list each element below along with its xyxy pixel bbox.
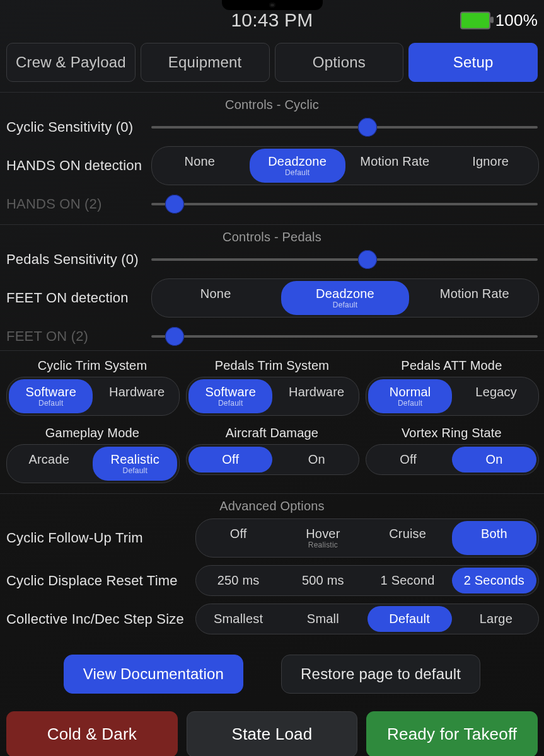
- slider-pedals-sensitivity[interactable]: [151, 251, 538, 268]
- seg-pedals-att: Normal Default Legacy: [366, 377, 539, 416]
- footer-buttons: Cold & Dark State Load Ready for Takeoff: [0, 711, 544, 756]
- battery-percent: 100%: [495, 11, 538, 30]
- opt-label: Software: [205, 385, 256, 399]
- seg-vrs: Off On: [366, 444, 539, 475]
- card-title-damage: Aircraft Damage: [186, 426, 358, 440]
- battery-icon: [460, 11, 490, 29]
- opt-followup-cruise[interactable]: Cruise: [366, 519, 450, 557]
- status-bar: 10:43 PM 100%: [0, 0, 544, 40]
- opt-followup-both[interactable]: Both: [452, 521, 536, 555]
- opt-sub-default: Default: [252, 168, 343, 177]
- seg-gameplay: Arcade Realistic Default: [6, 444, 180, 483]
- opt-vrs-on[interactable]: On: [452, 447, 536, 472]
- label-hands-on-detection: HANDS ON detection: [6, 158, 151, 174]
- opt-followup-off[interactable]: Off: [196, 519, 281, 557]
- opt-cyclic-trim-software[interactable]: Software Default: [9, 379, 93, 413]
- opt-step-large[interactable]: Large: [454, 604, 538, 634]
- opt-sub-default: Default: [11, 399, 90, 408]
- card-title-gameplay: Gameplay Mode: [6, 426, 178, 440]
- opt-pedals-trim-hardware[interactable]: Hardware: [274, 377, 358, 415]
- label-pedals-sensitivity: Pedals Sensitivity (0): [6, 251, 151, 268]
- seg-collective-step: Smallest Small Default Large: [195, 604, 539, 634]
- tab-crew-payload[interactable]: Crew & Payload: [6, 43, 136, 82]
- section-title-advanced: Advanced Options: [0, 494, 544, 515]
- status-battery: 100%: [460, 11, 538, 30]
- opt-sub-default: Default: [191, 399, 270, 408]
- opt-label: Normal: [390, 385, 431, 399]
- opt-hands-none[interactable]: None: [152, 147, 248, 185]
- seg-displace-reset: 250 ms 500 ms 1 Second 2 Seconds: [195, 565, 539, 596]
- opt-feet-motion[interactable]: Motion Rate: [411, 279, 538, 317]
- opt-followup-hover[interactable]: Hover Realistic: [281, 519, 365, 557]
- status-time: 10:43 PM: [231, 9, 313, 31]
- tab-setup[interactable]: Setup: [408, 43, 538, 82]
- opt-label: Default: [389, 612, 430, 626]
- label-collective-step: Collective Inc/Dec Step Size: [6, 611, 195, 627]
- button-cold-dark[interactable]: Cold & Dark: [6, 711, 178, 756]
- tablet-screen: 10:43 PM 100% Crew & Payload Equipment O…: [0, 0, 544, 756]
- slider-hands-on[interactable]: [151, 195, 538, 213]
- opt-label: On: [486, 452, 503, 466]
- opt-sub-default: Default: [371, 399, 449, 408]
- mid-buttons: View Documentation Restore page to defau…: [0, 638, 544, 705]
- opt-label: Both: [481, 527, 507, 541]
- card-title-pedals-att: Pedals ATT Mode: [366, 358, 538, 373]
- opt-pedals-trim-software[interactable]: Software Default: [188, 379, 272, 413]
- opt-reset-500[interactable]: 500 ms: [281, 566, 365, 595]
- tab-equipment[interactable]: Equipment: [141, 43, 270, 82]
- advanced-options: Cyclic Follow-Up Trim Off Hover Realisti…: [0, 515, 544, 638]
- opt-damage-off[interactable]: Off: [188, 447, 272, 472]
- opt-pedals-att-normal[interactable]: Normal Default: [368, 379, 452, 413]
- opt-feet-deadzone[interactable]: Deadzone Default: [281, 281, 408, 315]
- opt-pedals-att-legacy[interactable]: Legacy: [454, 377, 538, 415]
- opt-hands-motion[interactable]: Motion Rate: [347, 147, 443, 185]
- opt-sub-default: Default: [284, 301, 406, 309]
- opt-step-default[interactable]: Default: [367, 606, 452, 632]
- opt-label: Hover: [306, 527, 340, 541]
- opt-step-smallest[interactable]: Smallest: [196, 604, 281, 634]
- label-feet-on-detection: FEET ON detection: [6, 290, 151, 306]
- opt-label: 2 Seconds: [464, 573, 524, 587]
- seg-cyclic-trim: Software Default Hardware: [6, 377, 180, 416]
- opt-cyclic-trim-hardware[interactable]: Hardware: [95, 377, 178, 415]
- section-title-cyclic: Controls - Cyclic: [0, 92, 544, 113]
- label-followup-trim: Cyclic Follow-Up Trim: [6, 530, 195, 546]
- seg-hands-on-detection: None Deadzone Default Motion Rate Ignore: [151, 146, 539, 185]
- seg-pedals-trim: Software Default Hardware: [186, 377, 359, 416]
- opt-hands-deadzone-label: Deadzone: [268, 154, 327, 168]
- opt-step-small[interactable]: Small: [281, 604, 365, 634]
- card-title-vrs: Vortex Ring State: [366, 426, 538, 440]
- seg-feet-on-detection: None Deadzone Default Motion Rate: [151, 278, 539, 318]
- opt-sub-realistic: Realistic: [283, 541, 362, 549]
- trim-cards: Cyclic Trim System Software Default Hard…: [0, 350, 544, 494]
- opt-gameplay-arcade[interactable]: Arcade: [7, 445, 91, 483]
- opt-feet-none[interactable]: None: [152, 279, 279, 317]
- button-ready-takeoff[interactable]: Ready for Takeoff: [366, 711, 538, 756]
- opt-damage-on[interactable]: On: [274, 445, 358, 474]
- seg-followup-trim: Off Hover Realistic Cruise Both: [195, 518, 539, 558]
- opt-hands-deadzone[interactable]: Deadzone Default: [250, 149, 345, 183]
- tab-options[interactable]: Options: [275, 43, 404, 82]
- opt-label: Off: [222, 452, 239, 466]
- slider-feet-on[interactable]: [151, 328, 538, 345]
- opt-vrs-off[interactable]: Off: [366, 445, 450, 474]
- label-displace-reset: Cyclic Displace Reset Time: [6, 573, 195, 589]
- opt-label: Realistic: [111, 452, 159, 466]
- top-tabs: Crew & Payload Equipment Options Setup: [0, 40, 544, 86]
- opt-hands-ignore[interactable]: Ignore: [443, 147, 538, 185]
- label-feet-on: FEET ON (2): [6, 328, 151, 345]
- button-restore-defaults[interactable]: Restore page to default: [281, 655, 480, 694]
- opt-reset-2s[interactable]: 2 Seconds: [452, 568, 536, 593]
- opt-reset-250[interactable]: 250 ms: [196, 566, 281, 595]
- opt-gameplay-realistic[interactable]: Realistic Default: [93, 447, 177, 481]
- label-cyclic-sensitivity: Cyclic Sensitivity (0): [6, 119, 151, 135]
- card-title-pedals-trim: Pedals Trim System: [186, 358, 358, 373]
- card-title-cyclic-trim: Cyclic Trim System: [6, 358, 178, 373]
- label-hands-on: HANDS ON (2): [6, 196, 151, 212]
- button-state-load[interactable]: State Load: [187, 711, 358, 756]
- slider-cyclic-sensitivity[interactable]: [151, 118, 538, 136]
- section-title-pedals: Controls - Pedals: [0, 224, 544, 246]
- seg-damage: Off On: [186, 444, 359, 475]
- opt-reset-1s[interactable]: 1 Second: [366, 566, 450, 595]
- button-view-docs[interactable]: View Documentation: [64, 655, 243, 694]
